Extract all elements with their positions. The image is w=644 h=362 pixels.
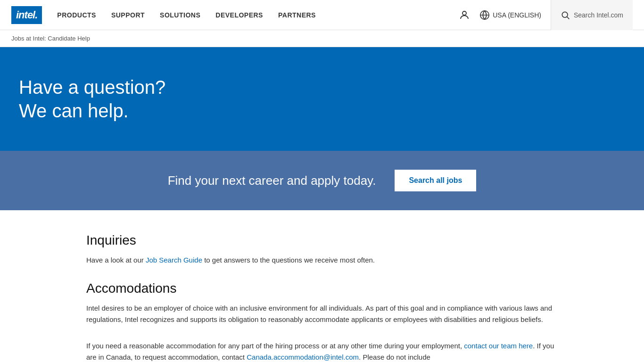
nav-right: USA (ENGLISH) Search Intel.com [459,0,633,30]
intel-logo-text: intel. [11,6,42,24]
accommodations-para1: Intel desires to be an employer of choic… [86,303,558,325]
user-icon [459,9,470,21]
cta-text: Find your next career and apply today. [168,173,376,188]
nav-link-developers[interactable]: DEVELOPERS [215,11,263,19]
breadcrumb-text: Jobs at Intel: Candidate Help [11,35,90,42]
cta-banner: Find your next career and apply today. S… [0,151,644,210]
inquiries-section: Inquiries Have a look at our Job Search … [86,233,558,266]
globe-icon [479,10,490,20]
search-all-jobs-button[interactable]: Search all jobs [395,170,476,191]
nav-link-support[interactable]: SUPPORT [111,11,145,19]
main-nav: intel. PRODUCTS SUPPORT SOLUTIONS DEVELO… [0,0,644,30]
hero-line2: We can help. [19,100,129,121]
locale-button[interactable]: USA (ENGLISH) [479,10,541,20]
locale-label: USA (ENGLISH) [493,11,541,19]
accommodations-para2-end: . Please do not include [359,353,430,361]
svg-point-0 [462,11,466,15]
hero-line1: Have a question? [19,77,165,98]
breadcrumb: Jobs at Intel: Candidate Help [0,30,644,47]
job-search-guide-link[interactable]: Job Search Guide [146,256,202,264]
contact-team-link[interactable]: contact our team here [464,342,533,350]
nav-links: PRODUCTS SUPPORT SOLUTIONS DEVELOPERS PA… [57,11,459,19]
canada-accommodation-link[interactable]: Canada.accommodation@intel.com [247,353,359,361]
hero-banner: Have a question? We can help. [0,47,644,151]
search-icon [561,10,570,20]
svg-line-3 [567,16,570,19]
svg-point-2 [562,12,568,17]
search-label: Search Intel.com [574,11,623,19]
user-account-button[interactable] [459,9,470,21]
inquiries-body: Have a look at our Job Search Guide to g… [86,255,558,266]
nav-link-products[interactable]: PRODUCTS [57,11,96,19]
accommodations-para2: If you need a reasonable accommodation f… [86,340,558,362]
accommodations-section: Accomodations Intel desires to be an emp… [86,281,558,362]
accommodations-para2-start: If you need a reasonable accommodation f… [86,342,464,350]
inquiries-body-start: Have a look at our [86,256,146,264]
site-search-area[interactable]: Search Intel.com [551,0,633,30]
inquiries-heading: Inquiries [86,233,558,248]
inquiries-body-end: to get answers to the questions we recei… [202,256,375,264]
nav-link-partners[interactable]: PARTNERS [278,11,316,19]
hero-title: Have a question? We can help. [19,75,165,123]
content-section: Inquiries Have a look at our Job Search … [67,210,577,362]
nav-link-solutions[interactable]: SOLUTIONS [160,11,200,19]
intel-logo[interactable]: intel. [11,6,42,24]
accommodations-heading: Accomodations [86,281,558,296]
